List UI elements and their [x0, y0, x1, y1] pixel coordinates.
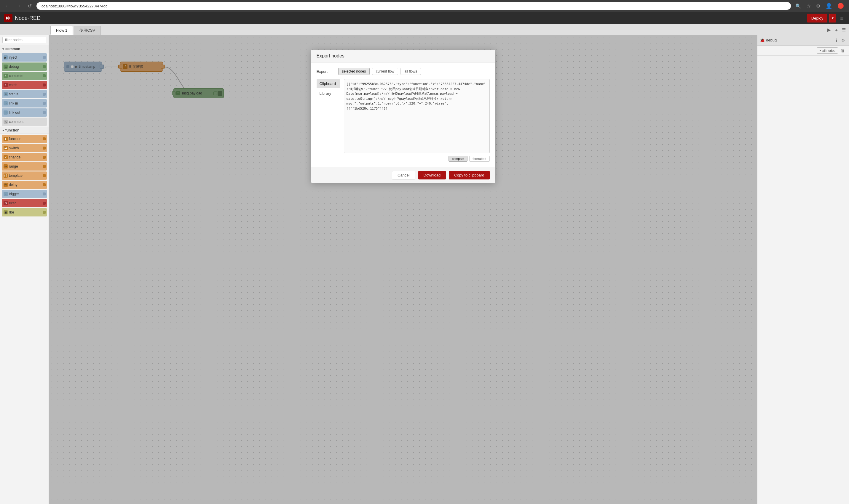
sidebar-node-linkin[interactable]: → link in	[2, 99, 47, 108]
forward-button[interactable]: →	[15, 2, 23, 10]
deploy-button[interactable]: Deploy	[807, 14, 827, 22]
download-button[interactable]: Download	[418, 171, 446, 179]
flow-list-button[interactable]: ☰	[841, 26, 847, 34]
sidebar-node-debug[interactable]: ☰ debug	[2, 62, 47, 71]
browser-settings-button[interactable]: ⚙	[815, 2, 822, 10]
run-flow-button[interactable]: ▶	[826, 26, 832, 34]
browser-red-button[interactable]: 🔴	[836, 2, 846, 10]
function-section-arrow: ▾	[2, 129, 4, 132]
app-header-right: Deploy ▾ ≡	[807, 14, 846, 23]
linkout-port-right	[43, 111, 46, 114]
panel-settings-button[interactable]: ⚙	[840, 37, 847, 43]
debug-label: debug	[9, 65, 19, 69]
exec-port-right	[43, 202, 46, 204]
export-tab-all[interactable]: all flows	[400, 68, 421, 75]
switch-port-right	[43, 147, 46, 149]
debug-tab-label: debug	[766, 38, 777, 42]
export-sections: Clipboard Library compact formatted	[317, 79, 490, 162]
cancel-button[interactable]: Cancel	[392, 171, 415, 179]
browser-bookmark-button[interactable]: ☆	[805, 2, 812, 10]
sidebar-node-exec[interactable]: ⚙ exec	[2, 199, 47, 207]
sidebar-node-change[interactable]: ✕ change	[2, 153, 47, 161]
all-nodes-filter-button[interactable]: ▾ all nodes	[817, 48, 838, 54]
trigger-label: trigger	[9, 192, 19, 196]
filter-nodes-input[interactable]	[2, 37, 46, 43]
linkin-label: link in	[9, 101, 18, 105]
change-icon: ✕	[3, 155, 8, 159]
change-port-right	[43, 156, 46, 159]
inject-label: inject	[9, 55, 17, 59]
add-flow-button[interactable]: +	[834, 26, 839, 34]
export-tab-current[interactable]: current flow	[372, 68, 398, 75]
sidebar-node-catch[interactable]: ! catch	[2, 81, 47, 89]
modal-footer: Cancel Download Copy to clipboard	[311, 167, 495, 183]
rbe-label: rbe	[9, 210, 14, 214]
back-button[interactable]: ←	[3, 2, 12, 10]
sidebar-node-trigger[interactable]: ⬦ trigger	[2, 190, 47, 198]
flow-tab-1[interactable]: Flow 1	[50, 26, 73, 35]
status-icon: ≋	[3, 92, 8, 96]
formatted-format-btn[interactable]: formatted	[469, 156, 489, 162]
sidebar-node-complete[interactable]: ! complete	[2, 72, 47, 80]
debug-panel-tab[interactable]: 🐞 debug	[760, 38, 777, 43]
function-port-right	[43, 138, 46, 140]
clipboard-section-btn[interactable]: Clipboard	[317, 79, 340, 88]
trigger-port-right	[43, 193, 46, 195]
address-bar[interactable]	[36, 2, 791, 10]
browser-bar: ← → ↺ 🔍 ☆ ⚙ 👤 🔴	[0, 0, 849, 12]
copy-to-clipboard-button[interactable]: Copy to clipboard	[449, 171, 489, 179]
sidebar-filter-container	[0, 35, 49, 45]
library-section-btn[interactable]: Library	[317, 89, 340, 98]
linkin-port-right	[43, 102, 46, 105]
complete-port-right	[43, 74, 46, 77]
hamburger-menu-button[interactable]: ≡	[838, 14, 846, 23]
exec-icon: ⚙	[3, 201, 8, 205]
app-logo: Node-RED	[4, 14, 40, 22]
refresh-button[interactable]: ↺	[26, 2, 34, 10]
sidebar-node-comment[interactable]: ✎ comment	[2, 118, 47, 126]
export-right-col: compact formatted	[344, 79, 490, 162]
sidebar-node-status[interactable]: ≋ status	[2, 90, 47, 98]
browser-icons: 🔍 ☆ ⚙ 👤 🔴	[794, 2, 846, 10]
sidebar-node-template[interactable]: { } template	[2, 172, 47, 180]
export-left-col: Clipboard Library	[317, 79, 340, 98]
rbe-port-right	[43, 211, 46, 214]
modal-header: Export nodes	[311, 50, 495, 62]
exec-label: exec	[9, 201, 16, 205]
sidebar-node-linkout[interactable]: → link out	[2, 108, 47, 117]
deploy-dropdown-button[interactable]: ▾	[829, 14, 836, 22]
sidebar-node-function[interactable]: f function	[2, 135, 47, 143]
sidebar-node-switch[interactable]: ⇄ switch	[2, 144, 47, 152]
debug-icon: ☰	[3, 65, 8, 69]
common-section-arrow: ▾	[2, 48, 4, 51]
sidebar-section-common[interactable]: ▾ common	[0, 45, 49, 52]
right-panel-header: 🐞 debug ℹ ⚙	[757, 35, 849, 46]
sidebar-node-delay[interactable]: ⏱ delay	[2, 181, 47, 189]
complete-icon: !	[3, 74, 8, 78]
switch-icon: ⇄	[3, 146, 8, 150]
sidebar-node-inject[interactable]: ▶ inject	[2, 53, 47, 61]
sidebar: ▾ common ▶ inject ☰ debug ! complete ! c…	[0, 35, 49, 504]
sidebar-section-function[interactable]: ▾ function	[0, 127, 49, 134]
export-textarea[interactable]	[344, 79, 490, 153]
canvas-area[interactable]: ▶ timestamp f 时间转换 ☰ msg.payload Export …	[49, 35, 757, 504]
info-button[interactable]: ℹ	[834, 37, 838, 43]
sidebar-node-rbe[interactable]: ▣ rbe	[2, 208, 47, 216]
flow-tab-2[interactable]: 使用CSV	[74, 26, 101, 35]
compact-format-btn[interactable]: compact	[449, 156, 467, 162]
export-tab-selected[interactable]: selected nodes	[338, 68, 370, 75]
template-icon: { }	[3, 174, 8, 178]
app-header: Node-RED Deploy ▾ ≡	[0, 12, 849, 24]
inject-icon: ▶	[3, 55, 8, 59]
sidebar-node-range[interactable]: ⇔ range	[2, 162, 47, 170]
browser-search-button[interactable]: 🔍	[794, 2, 803, 10]
linkout-icon: →	[3, 110, 8, 114]
range-icon: ⇔	[3, 164, 8, 168]
modal-body: Export selected nodes current flow all f…	[311, 62, 495, 167]
modal-title: Export nodes	[317, 53, 345, 58]
browser-profile-button[interactable]: 👤	[824, 2, 834, 10]
clear-debug-button[interactable]: 🗑	[839, 47, 847, 54]
app-logo-text: Node-RED	[15, 15, 40, 21]
inject-port-right	[43, 56, 46, 59]
delay-icon: ⏱	[3, 183, 8, 187]
